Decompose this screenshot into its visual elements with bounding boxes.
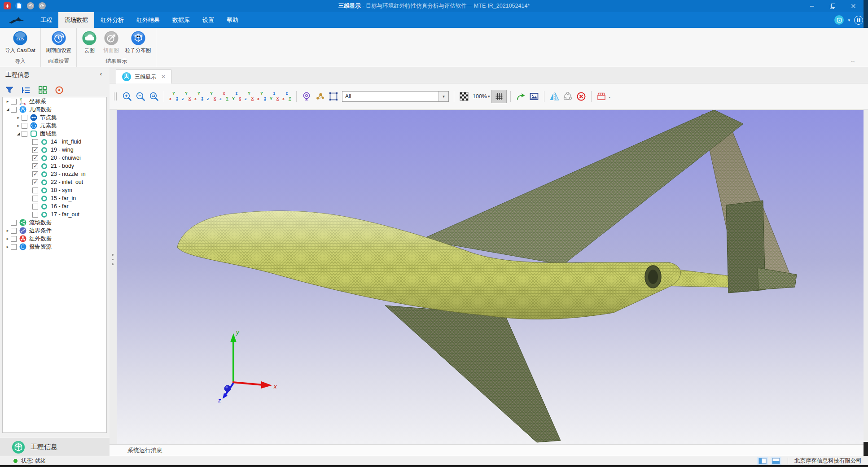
redo-button[interactable]: ⟳	[39, 2, 46, 9]
locate-target-icon[interactable]	[54, 85, 64, 95]
tree-item[interactable]: ▸报告资源	[3, 243, 106, 251]
tree-checkbox[interactable]	[11, 99, 17, 105]
restore-button[interactable]	[822, 0, 843, 12]
tree-checkbox[interactable]	[32, 188, 38, 193]
zoom-out-button[interactable]	[134, 90, 147, 103]
undo-button[interactable]: ⟲	[27, 2, 34, 9]
tree-item[interactable]: 16 - far	[3, 202, 106, 210]
style-switch-button[interactable]	[854, 16, 863, 25]
tree-checkbox[interactable]	[32, 171, 38, 177]
expand-arrow-icon[interactable]: ▸	[15, 115, 22, 120]
zoom-in-button[interactable]	[121, 90, 133, 103]
tab-3d-view[interactable]: 三维显示 ✕	[116, 70, 171, 83]
tree-checkbox[interactable]	[11, 236, 17, 242]
theme-button[interactable]	[834, 15, 844, 25]
menu-item-2[interactable]: 流场数据	[58, 12, 94, 28]
menu-item-4[interactable]: 红外结果	[130, 12, 166, 28]
package-save-button[interactable]	[595, 90, 608, 103]
tree-checkbox[interactable]	[11, 107, 17, 113]
expand-arrow-icon[interactable]: ▸	[4, 228, 11, 233]
tree-checkbox[interactable]	[11, 228, 17, 234]
toolbar-drag-handle[interactable]	[114, 92, 117, 100]
combobox-dropdown-icon[interactable]: ▾	[438, 92, 448, 101]
transparency-checker-icon[interactable]	[458, 90, 470, 103]
ribbon-button[interactable]: 粒子分布图	[122, 30, 154, 55]
view-orientation-button-4[interactable]: Yzx	[206, 91, 217, 102]
screenshot-button[interactable]	[528, 90, 540, 103]
ribbon-button[interactable]: 周期面设置	[43, 30, 75, 55]
zoom-level-value[interactable]: 100%	[473, 93, 487, 100]
tree-item[interactable]: ▸节点集	[3, 113, 106, 122]
package-dropdown-icon[interactable]: ⌄	[608, 94, 612, 99]
tree-item[interactable]: ◢几何数据	[3, 105, 106, 113]
cancel-button[interactable]	[575, 90, 587, 103]
view-orientation-button-3[interactable]: Yxz	[193, 91, 205, 102]
menu-item-3[interactable]: 红外分析	[94, 12, 130, 28]
expand-arrow-icon[interactable]: ▸	[4, 244, 11, 249]
tree-item[interactable]: 17 - far_out	[3, 210, 106, 218]
expand-arrow-icon[interactable]: ◢	[4, 107, 11, 112]
export-arrow-button[interactable]	[514, 90, 527, 103]
tree-checkbox[interactable]	[22, 131, 27, 137]
box-select-button[interactable]	[327, 90, 340, 103]
new-document-button[interactable]	[15, 2, 22, 9]
tree-checkbox[interactable]	[32, 147, 38, 153]
tree-checkbox[interactable]	[32, 204, 38, 209]
tree-item[interactable]: ▸红外数据	[3, 235, 106, 243]
ring-nodes-button[interactable]	[561, 90, 574, 103]
menu-item-6[interactable]: 设置	[196, 12, 220, 28]
tree-item[interactable]: 21 - body	[3, 162, 106, 170]
collapse-panel-button[interactable]: ‹	[97, 70, 105, 79]
layout-bottom-panel-icon[interactable]	[771, 457, 781, 465]
tree-checkbox[interactable]	[11, 244, 17, 250]
layout-left-panel-icon[interactable]	[757, 457, 768, 465]
menu-item-5[interactable]: 数据库	[166, 12, 196, 28]
mesh-grid-toggle[interactable]	[491, 90, 507, 103]
view-orientation-button-8[interactable]: Yxz	[256, 91, 267, 102]
view-orientation-button-10[interactable]: zxY	[281, 91, 293, 102]
ribbon-button[interactable]: cas导入 Cas/Dat	[2, 30, 39, 55]
tree-item[interactable]: ▸元素集	[3, 122, 106, 130]
view-orientation-button-1[interactable]: Yxz	[168, 91, 180, 102]
tree-checkbox[interactable]	[32, 212, 38, 218]
view-orientation-button-2[interactable]: Yzx	[180, 91, 192, 102]
zoom-dropdown-icon[interactable]: ▾	[488, 94, 490, 99]
chevron-down-icon[interactable]: ▾	[848, 18, 850, 22]
view-orientation-button-6[interactable]: zYx	[231, 91, 242, 102]
ribbon-button[interactable]: 云图	[79, 30, 100, 55]
tree-checkbox[interactable]	[32, 155, 38, 161]
tree-item[interactable]: ◢面域集	[3, 130, 106, 138]
view-orientation-button-5[interactable]: xzY	[218, 91, 230, 102]
view-orientation-button-7[interactable]: Yzx	[243, 91, 255, 102]
expand-arrow-icon[interactable]: ▸	[15, 123, 22, 128]
tree-item[interactable]: ▸YZX坐标系	[3, 97, 106, 105]
zoom-fit-button[interactable]	[148, 90, 160, 103]
tree-item[interactable]: 14 - int_fluid	[3, 138, 106, 146]
panel-splitter-handle[interactable]	[111, 254, 114, 265]
expand-arrow-icon[interactable]: ▸	[4, 236, 11, 241]
menu-item-1[interactable]: 工程	[34, 12, 58, 28]
close-button[interactable]	[843, 0, 864, 12]
tree-checkbox[interactable]	[32, 196, 38, 201]
tree-item[interactable]: 15 - far_in	[3, 194, 106, 202]
tree-item[interactable]: 22 - inlet_out	[3, 178, 106, 186]
list-settings-icon[interactable]	[21, 85, 31, 95]
tree-checkbox[interactable]	[32, 139, 38, 145]
probe-point-button[interactable]	[300, 90, 313, 103]
app-menu-button[interactable]	[4, 2, 11, 9]
viewport-3d-canvas[interactable]: x y z	[117, 110, 864, 444]
tree-checkbox[interactable]	[22, 115, 27, 121]
display-set-combobox[interactable]: All ▾	[342, 91, 449, 102]
collapse-ribbon-icon[interactable]: ︿	[850, 57, 855, 64]
expand-arrow-icon[interactable]: ◢	[15, 131, 22, 136]
mirror-button[interactable]	[548, 90, 561, 103]
tab-close-icon[interactable]: ✕	[161, 74, 166, 80]
grid-view-icon[interactable]	[38, 85, 48, 95]
menu-item-7[interactable]: 帮助	[220, 12, 245, 28]
tree-item[interactable]: 19 - wing	[3, 146, 106, 154]
tree-checkbox[interactable]	[22, 123, 27, 129]
tree-item[interactable]: 20 - chuiwei	[3, 154, 106, 162]
view-orientation-button-9[interactable]: zYx	[268, 91, 280, 102]
filter-icon[interactable]	[4, 85, 14, 95]
tree-checkbox[interactable]	[11, 220, 17, 226]
